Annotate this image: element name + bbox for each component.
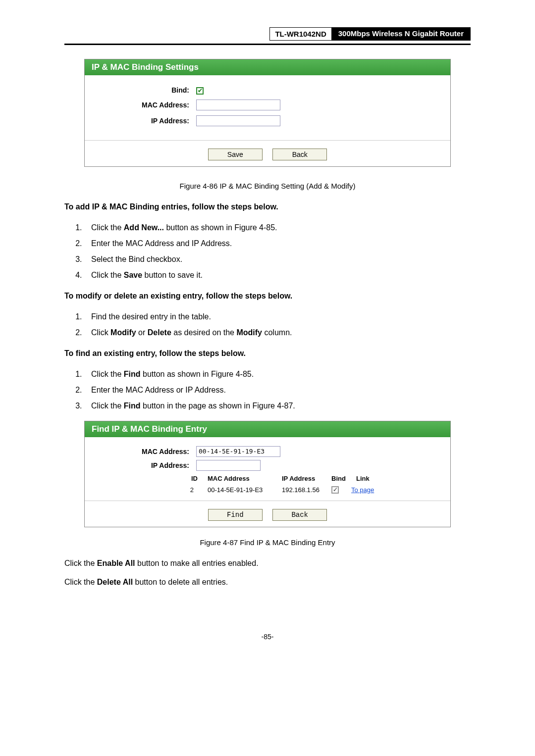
- panel-body: MAC Address: IP Address: ID MAC Address …: [85, 437, 450, 501]
- bind-label: Bind:: [85, 86, 196, 94]
- find-button[interactable]: Find: [208, 509, 263, 521]
- modify-heading: To modify or delete an existing entry, f…: [64, 290, 471, 302]
- back-button[interactable]: Back: [272, 509, 327, 521]
- find-step-2: Enter the MAC Address or IP Address.: [84, 382, 471, 398]
- find-ip-input[interactable]: [196, 460, 261, 471]
- bind-row: Bind: ✔: [85, 86, 450, 95]
- col-bind: Bind: [331, 475, 356, 482]
- mac-label: MAC Address:: [85, 101, 196, 109]
- panel-title: Find IP & MAC Binding Entry: [85, 421, 450, 437]
- row-id: 2: [187, 486, 208, 494]
- add-steps: Click the Add New... button as shown in …: [79, 220, 471, 283]
- ip-label: IP Address:: [85, 461, 196, 469]
- find-mac-input[interactable]: [196, 446, 280, 457]
- row-bind: ✓: [331, 486, 351, 494]
- binding-settings-panel: IP & MAC Binding Settings Bind: ✔ MAC Ad…: [84, 59, 451, 167]
- mac-row: MAC Address:: [85, 100, 450, 110]
- col-mac: MAC Address: [208, 475, 282, 482]
- add-heading: To add IP & MAC Binding entries, follow …: [64, 201, 471, 213]
- col-id: ID: [190, 475, 208, 482]
- add-step-2: Enter the MAC Address and IP Address.: [84, 236, 471, 252]
- ip-input[interactable]: [196, 115, 280, 126]
- add-step-4: Click the Save button to save it.: [84, 267, 471, 283]
- page-number: -85-: [64, 633, 471, 641]
- result-header: ID MAC Address IP Address Bind Link: [85, 475, 450, 482]
- find-heading: To find an existing entry, follow the st…: [64, 348, 471, 359]
- figure-caption-486: Figure 4-86 IP & MAC Binding Setting (Ad…: [64, 182, 471, 190]
- to-page-link[interactable]: To page: [351, 486, 374, 494]
- row-bind-checkbox[interactable]: ✓: [331, 486, 339, 494]
- row-mac: 00-14-5E-91-19-E3: [208, 486, 282, 494]
- find-steps: Click the Find button as shown in Figure…: [79, 366, 471, 414]
- col-link: Link: [356, 475, 370, 482]
- mac-label: MAC Address:: [85, 448, 196, 455]
- find-binding-panel: Find IP & MAC Binding Entry MAC Address:…: [84, 421, 451, 527]
- row-ip: 192.168.1.56: [282, 486, 331, 494]
- modify-step-1: Find the desired entry in the table.: [84, 309, 471, 325]
- header-rule: [64, 44, 471, 45]
- mac-input[interactable]: [196, 100, 280, 110]
- figure-caption-487: Figure 4-87 Find IP & MAC Binding Entry: [64, 538, 471, 547]
- enable-all-note: Click the Enable All button to make all …: [64, 557, 471, 569]
- bind-checkbox[interactable]: ✔: [196, 87, 204, 95]
- modify-steps: Find the desired entry in the table. Cli…: [79, 309, 471, 341]
- panel-buttons: Find Back: [85, 501, 450, 527]
- result-row: 2 00-14-5E-91-19-E3 192.168.1.56 ✓ To pa…: [85, 486, 450, 494]
- add-step-1: Click the Add New... button as shown in …: [84, 220, 471, 236]
- back-button[interactable]: Back: [272, 149, 327, 160]
- add-step-3: Select the Bind checkbox.: [84, 252, 471, 267]
- model-description: 300Mbps Wireless N Gigabit Router: [331, 27, 471, 41]
- ip-row: IP Address:: [85, 115, 450, 126]
- modify-step-2: Click Modify or Delete as desired on the…: [84, 325, 471, 341]
- delete-all-note: Click the Delete All button to delete al…: [64, 576, 471, 588]
- ip-label: IP Address:: [85, 117, 196, 125]
- panel-title: IP & MAC Binding Settings: [85, 59, 450, 75]
- find-ip-row: IP Address:: [85, 460, 450, 471]
- page-header: TL-WR1042ND 300Mbps Wireless N Gigabit R…: [64, 27, 471, 41]
- find-step-3: Click the Find button in the page as sho…: [84, 398, 471, 414]
- col-ip: IP Address: [282, 475, 331, 482]
- panel-buttons: Save Back: [85, 140, 450, 166]
- model-number: TL-WR1042ND: [269, 27, 331, 41]
- find-mac-row: MAC Address:: [85, 446, 450, 457]
- save-button[interactable]: Save: [208, 149, 263, 160]
- find-step-1: Click the Find button as shown in Figure…: [84, 366, 471, 382]
- panel-body: Bind: ✔ MAC Address: IP Address:: [85, 75, 450, 140]
